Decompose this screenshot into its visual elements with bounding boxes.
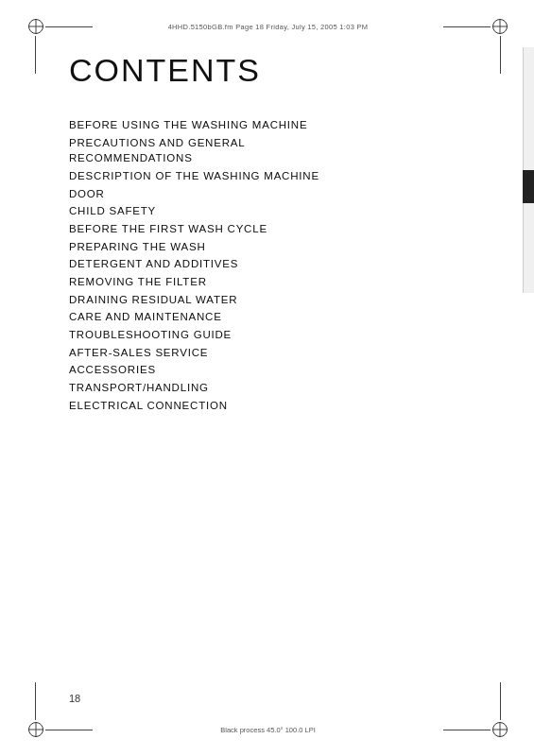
toc-item: ELECTRICAL CONNECTION xyxy=(69,398,496,414)
toc-item: PREPARING THE WASH xyxy=(69,239,496,255)
reg-mark-tl xyxy=(28,19,43,34)
scrollbar-track xyxy=(523,47,534,293)
toc-item: TRANSPORT/HANDLING xyxy=(69,380,496,396)
scrollbar-thumb[interactable] xyxy=(523,170,534,203)
toc-item: DETERGENT AND ADDITIVES xyxy=(69,256,496,272)
page-title: CONTENTS xyxy=(69,52,496,89)
main-content: CONTENTS BEFORE USING THE WASHING MACHIN… xyxy=(69,52,496,680)
file-info: 4HHD.5150bGB.fm Page 18 Friday, July 15,… xyxy=(168,23,369,31)
toc-item: DRAINING RESIDUAL WATER xyxy=(69,292,496,308)
toc-list: BEFORE USING THE WASHING MACHINEPRECAUTI… xyxy=(69,117,496,413)
toc-item: DOOR xyxy=(69,186,496,202)
toc-item: ACCESSORIES xyxy=(69,362,496,378)
toc-item: CHILD SAFETY xyxy=(69,203,496,219)
reg-line-tl-v xyxy=(35,36,36,74)
page: 4HHD.5150bGB.fm Page 18 Friday, July 15,… xyxy=(0,0,534,756)
toc-item: BEFORE THE FIRST WASH CYCLE xyxy=(69,221,496,237)
toc-item: REMOVING THE FILTER xyxy=(69,274,496,290)
toc-item: AFTER-SALES SERVICE xyxy=(69,345,496,361)
page-number: 18 xyxy=(69,693,80,704)
reg-line-bl-v xyxy=(35,682,36,720)
reg-line-tr-v xyxy=(500,36,501,74)
reg-mark-tr xyxy=(492,19,508,34)
toc-item: BEFORE USING THE WASHING MACHINE xyxy=(69,117,496,133)
toc-item: TROUBLESHOOTING GUIDE xyxy=(69,327,496,343)
reg-mark-bl xyxy=(28,722,43,737)
toc-item: DESCRIPTION OF THE WASHING MACHINE xyxy=(69,168,496,184)
reg-line-br-v xyxy=(500,682,501,720)
bottom-text: Black process 45.0° 100.0 LPI xyxy=(220,726,316,734)
toc-item: PRECAUTIONS AND GENERALRECOMMENDATIONS xyxy=(69,135,496,166)
toc-item: CARE AND MAINTENANCE xyxy=(69,309,496,325)
reg-mark-br xyxy=(492,722,508,737)
